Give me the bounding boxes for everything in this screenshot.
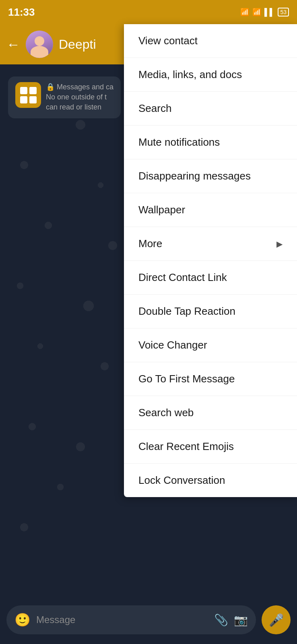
- menu-item-double-tap-reaction[interactable]: Double Tap Reaction: [124, 295, 297, 328]
- status-bar: 11:33 📶 📶 ▌▌ 53: [0, 0, 297, 24]
- menu-item-voice-changer[interactable]: Voice Changer: [124, 328, 297, 362]
- menu-item-label: Go To First Message: [138, 373, 235, 385]
- menu-item-label: Wallpaper: [138, 204, 185, 216]
- menu-item-search-web[interactable]: Search web: [124, 396, 297, 430]
- menu-item-label: Search web: [138, 407, 194, 419]
- mic-icon: 🎤: [269, 613, 284, 627]
- menu-item-label: Search: [138, 102, 171, 115]
- menu-item-mute-notifications[interactable]: Mute notifications: [124, 126, 297, 159]
- notification-text: 🔒 Messages and ca No one outside of t ca…: [46, 82, 113, 113]
- menu-item-wallpaper[interactable]: Wallpaper: [124, 193, 297, 227]
- chevron-right-icon: ▶: [276, 239, 283, 249]
- menu-item-media,-links,-and-docs[interactable]: Media, links, and docs: [124, 58, 297, 92]
- mic-button[interactable]: 🎤: [262, 605, 291, 634]
- menu-item-label: More: [138, 237, 162, 250]
- battery-icon: 53: [278, 8, 289, 17]
- menu-item-label: Double Tap Reaction: [138, 305, 235, 318]
- menu-item-label: Clear Recent Emojis: [138, 440, 234, 453]
- menu-item-clear-recent-emojis[interactable]: Clear Recent Emojis: [124, 430, 297, 464]
- emoji-icon[interactable]: 🙂: [14, 612, 31, 627]
- status-time: 11:33: [8, 6, 35, 19]
- message-placeholder[interactable]: Message: [36, 614, 208, 625]
- lock-icon: 🔒: [46, 83, 55, 91]
- menu-item-label: Direct Contact Link: [138, 271, 227, 284]
- menu-item-label: Lock Conversation: [138, 474, 225, 487]
- avatar[interactable]: [26, 31, 53, 58]
- notif-icon: [15, 82, 41, 108]
- menu-item-label: Mute notifications: [138, 136, 220, 149]
- status-icons: 📶 📶 ▌▌ 53: [240, 8, 289, 17]
- menu-item-more[interactable]: More▶: [124, 227, 297, 261]
- menu-item-view-contact[interactable]: View contact: [124, 24, 297, 58]
- input-bar: 🙂 Message 📎 📷 🎤: [0, 596, 297, 644]
- menu-item-label: Voice Changer: [138, 339, 207, 351]
- dropdown-menu: View contactMedia, links, and docsSearch…: [124, 24, 297, 497]
- signal-icon-2: ▌▌: [264, 8, 275, 17]
- message-input-field[interactable]: 🙂 Message 📎 📷: [6, 605, 256, 634]
- camera-icon[interactable]: 📷: [234, 613, 248, 627]
- wifi-icon: 📶: [240, 8, 249, 17]
- menu-item-lock-conversation[interactable]: Lock Conversation: [124, 464, 297, 497]
- menu-item-search[interactable]: Search: [124, 92, 297, 126]
- menu-item-label: View contact: [138, 35, 198, 47]
- menu-item-label: Media, links, and docs: [138, 68, 242, 81]
- menu-item-disappearing-messages[interactable]: Disappearing messages: [124, 159, 297, 193]
- menu-item-label: Disappearing messages: [138, 170, 251, 182]
- attachment-icon[interactable]: 📎: [214, 613, 228, 627]
- menu-item-go-to-first-message[interactable]: Go To First Message: [124, 362, 297, 396]
- back-button[interactable]: ←: [6, 37, 20, 52]
- notification-bubble: 🔒 Messages and ca No one outside of t ca…: [8, 76, 121, 118]
- signal-icon: 📶: [252, 8, 261, 17]
- menu-item-direct-contact-link[interactable]: Direct Contact Link: [124, 261, 297, 295]
